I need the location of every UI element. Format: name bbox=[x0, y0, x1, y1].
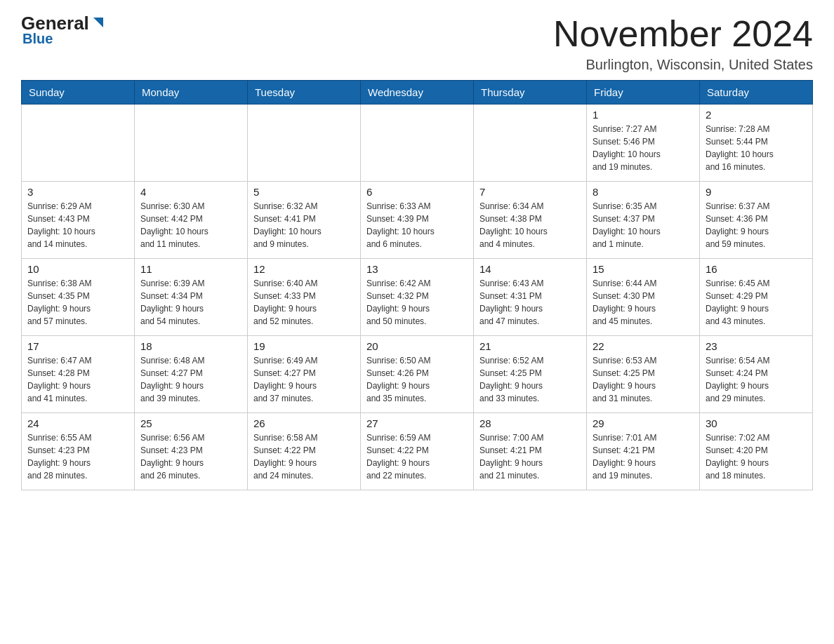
day-info: Sunrise: 6:32 AM Sunset: 4:41 PM Dayligh… bbox=[253, 200, 355, 250]
day-number: 2 bbox=[706, 109, 807, 121]
calendar-cell: 1Sunrise: 7:27 AM Sunset: 5:46 PM Daylig… bbox=[587, 105, 700, 182]
day-info: Sunrise: 7:00 AM Sunset: 4:21 PM Dayligh… bbox=[479, 431, 581, 482]
calendar-cell: 22Sunrise: 6:53 AM Sunset: 4:25 PM Dayli… bbox=[587, 336, 700, 413]
calendar-cell: 10Sunrise: 6:38 AM Sunset: 4:35 PM Dayli… bbox=[22, 259, 135, 336]
day-number: 17 bbox=[27, 340, 128, 352]
day-number: 11 bbox=[140, 263, 241, 275]
calendar-cell: 23Sunrise: 6:54 AM Sunset: 4:24 PM Dayli… bbox=[700, 336, 813, 413]
day-number: 27 bbox=[366, 417, 468, 429]
calendar-cell bbox=[22, 105, 135, 182]
location-subtitle: Burlington, Wisconsin, United States bbox=[553, 57, 813, 73]
day-number: 23 bbox=[706, 340, 807, 352]
day-number: 14 bbox=[479, 263, 581, 275]
calendar-cell: 2Sunrise: 7:28 AM Sunset: 5:44 PM Daylig… bbox=[700, 105, 813, 182]
day-info: Sunrise: 6:38 AM Sunset: 4:35 PM Dayligh… bbox=[27, 277, 128, 328]
day-info: Sunrise: 6:52 AM Sunset: 4:25 PM Dayligh… bbox=[479, 354, 581, 405]
title-block: November 2024 Burlington, Wisconsin, Uni… bbox=[553, 14, 813, 73]
day-info: Sunrise: 7:28 AM Sunset: 5:44 PM Dayligh… bbox=[706, 123, 807, 173]
calendar-cell: 17Sunrise: 6:47 AM Sunset: 4:28 PM Dayli… bbox=[22, 336, 135, 413]
calendar-cell: 29Sunrise: 7:01 AM Sunset: 4:21 PM Dayli… bbox=[587, 413, 700, 490]
calendar-cell: 30Sunrise: 7:02 AM Sunset: 4:20 PM Dayli… bbox=[700, 413, 813, 490]
day-number: 25 bbox=[140, 417, 241, 429]
calendar-cell: 8Sunrise: 6:35 AM Sunset: 4:37 PM Daylig… bbox=[587, 182, 700, 259]
day-info: Sunrise: 6:49 AM Sunset: 4:27 PM Dayligh… bbox=[253, 354, 355, 405]
logo-sub-text: Blue bbox=[22, 31, 53, 47]
day-number: 30 bbox=[706, 417, 807, 429]
day-info: Sunrise: 6:42 AM Sunset: 4:32 PM Dayligh… bbox=[366, 277, 468, 328]
day-info: Sunrise: 6:56 AM Sunset: 4:23 PM Dayligh… bbox=[140, 431, 241, 482]
logo: General Blue bbox=[21, 14, 106, 47]
calendar-cell: 21Sunrise: 6:52 AM Sunset: 4:25 PM Dayli… bbox=[474, 336, 587, 413]
calendar-cell: 26Sunrise: 6:58 AM Sunset: 4:22 PM Dayli… bbox=[248, 413, 361, 490]
calendar-cell bbox=[248, 105, 361, 182]
day-info: Sunrise: 6:54 AM Sunset: 4:24 PM Dayligh… bbox=[706, 354, 807, 405]
day-info: Sunrise: 6:53 AM Sunset: 4:25 PM Dayligh… bbox=[593, 354, 694, 405]
calendar-cell bbox=[474, 105, 587, 182]
day-info: Sunrise: 6:44 AM Sunset: 4:30 PM Dayligh… bbox=[593, 277, 694, 328]
day-info: Sunrise: 6:34 AM Sunset: 4:38 PM Dayligh… bbox=[479, 200, 581, 250]
day-number: 5 bbox=[253, 186, 355, 198]
calendar-cell: 11Sunrise: 6:39 AM Sunset: 4:34 PM Dayli… bbox=[135, 259, 248, 336]
day-info: Sunrise: 6:50 AM Sunset: 4:26 PM Dayligh… bbox=[366, 354, 468, 405]
day-number: 7 bbox=[479, 186, 581, 198]
column-header-sunday: Sunday bbox=[22, 81, 135, 105]
calendar-cell bbox=[361, 105, 474, 182]
column-header-thursday: Thursday bbox=[474, 81, 587, 105]
calendar-cell: 6Sunrise: 6:33 AM Sunset: 4:39 PM Daylig… bbox=[361, 182, 474, 259]
calendar-cell: 27Sunrise: 6:59 AM Sunset: 4:22 PM Dayli… bbox=[361, 413, 474, 490]
day-info: Sunrise: 7:27 AM Sunset: 5:46 PM Dayligh… bbox=[593, 123, 694, 173]
day-info: Sunrise: 6:39 AM Sunset: 4:34 PM Dayligh… bbox=[140, 277, 241, 328]
day-number: 4 bbox=[140, 186, 241, 198]
logo-main-text: General bbox=[21, 14, 89, 32]
calendar-cell: 24Sunrise: 6:55 AM Sunset: 4:23 PM Dayli… bbox=[22, 413, 135, 490]
day-number: 26 bbox=[253, 417, 355, 429]
calendar-header-row: SundayMondayTuesdayWednesdayThursdayFrid… bbox=[22, 81, 813, 105]
day-number: 19 bbox=[253, 340, 355, 352]
day-number: 22 bbox=[593, 340, 694, 352]
month-title: November 2024 bbox=[553, 14, 813, 54]
day-info: Sunrise: 6:30 AM Sunset: 4:42 PM Dayligh… bbox=[140, 200, 241, 250]
day-number: 29 bbox=[593, 417, 694, 429]
calendar-cell: 28Sunrise: 7:00 AM Sunset: 4:21 PM Dayli… bbox=[474, 413, 587, 490]
calendar-cell: 9Sunrise: 6:37 AM Sunset: 4:36 PM Daylig… bbox=[700, 182, 813, 259]
day-number: 18 bbox=[140, 340, 241, 352]
calendar-cell: 25Sunrise: 6:56 AM Sunset: 4:23 PM Dayli… bbox=[135, 413, 248, 490]
day-info: Sunrise: 6:58 AM Sunset: 4:22 PM Dayligh… bbox=[253, 431, 355, 482]
day-number: 3 bbox=[27, 186, 128, 198]
day-info: Sunrise: 6:29 AM Sunset: 4:43 PM Dayligh… bbox=[27, 200, 128, 250]
calendar-cell: 12Sunrise: 6:40 AM Sunset: 4:33 PM Dayli… bbox=[248, 259, 361, 336]
calendar-cell: 19Sunrise: 6:49 AM Sunset: 4:27 PM Dayli… bbox=[248, 336, 361, 413]
calendar-cell: 16Sunrise: 6:45 AM Sunset: 4:29 PM Dayli… bbox=[700, 259, 813, 336]
calendar-cell: 7Sunrise: 6:34 AM Sunset: 4:38 PM Daylig… bbox=[474, 182, 587, 259]
column-header-wednesday: Wednesday bbox=[361, 81, 474, 105]
day-info: Sunrise: 6:47 AM Sunset: 4:28 PM Dayligh… bbox=[27, 354, 128, 405]
calendar-cell: 14Sunrise: 6:43 AM Sunset: 4:31 PM Dayli… bbox=[474, 259, 587, 336]
column-header-monday: Monday bbox=[135, 81, 248, 105]
day-number: 12 bbox=[253, 263, 355, 275]
logo-triangle-icon bbox=[91, 15, 106, 30]
column-header-tuesday: Tuesday bbox=[248, 81, 361, 105]
day-info: Sunrise: 7:01 AM Sunset: 4:21 PM Dayligh… bbox=[593, 431, 694, 482]
calendar-cell: 15Sunrise: 6:44 AM Sunset: 4:30 PM Dayli… bbox=[587, 259, 700, 336]
day-info: Sunrise: 6:37 AM Sunset: 4:36 PM Dayligh… bbox=[706, 200, 807, 250]
day-info: Sunrise: 6:55 AM Sunset: 4:23 PM Dayligh… bbox=[27, 431, 128, 482]
calendar-week-row: 3Sunrise: 6:29 AM Sunset: 4:43 PM Daylig… bbox=[22, 182, 813, 259]
day-number: 1 bbox=[593, 109, 694, 121]
calendar-week-row: 17Sunrise: 6:47 AM Sunset: 4:28 PM Dayli… bbox=[22, 336, 813, 413]
calendar-cell: 20Sunrise: 6:50 AM Sunset: 4:26 PM Dayli… bbox=[361, 336, 474, 413]
day-number: 10 bbox=[27, 263, 128, 275]
day-number: 13 bbox=[366, 263, 468, 275]
day-info: Sunrise: 6:48 AM Sunset: 4:27 PM Dayligh… bbox=[140, 354, 241, 405]
day-info: Sunrise: 6:35 AM Sunset: 4:37 PM Dayligh… bbox=[593, 200, 694, 250]
day-number: 8 bbox=[593, 186, 694, 198]
column-header-saturday: Saturday bbox=[700, 81, 813, 105]
day-info: Sunrise: 6:33 AM Sunset: 4:39 PM Dayligh… bbox=[366, 200, 468, 250]
svg-marker-0 bbox=[93, 18, 103, 27]
calendar-cell: 5Sunrise: 6:32 AM Sunset: 4:41 PM Daylig… bbox=[248, 182, 361, 259]
day-info: Sunrise: 6:40 AM Sunset: 4:33 PM Dayligh… bbox=[253, 277, 355, 328]
calendar-cell bbox=[135, 105, 248, 182]
day-info: Sunrise: 7:02 AM Sunset: 4:20 PM Dayligh… bbox=[706, 431, 807, 482]
page-header: General Blue November 2024 Burlington, W… bbox=[21, 14, 813, 73]
calendar-table: SundayMondayTuesdayWednesdayThursdayFrid… bbox=[21, 80, 813, 490]
calendar-cell: 3Sunrise: 6:29 AM Sunset: 4:43 PM Daylig… bbox=[22, 182, 135, 259]
